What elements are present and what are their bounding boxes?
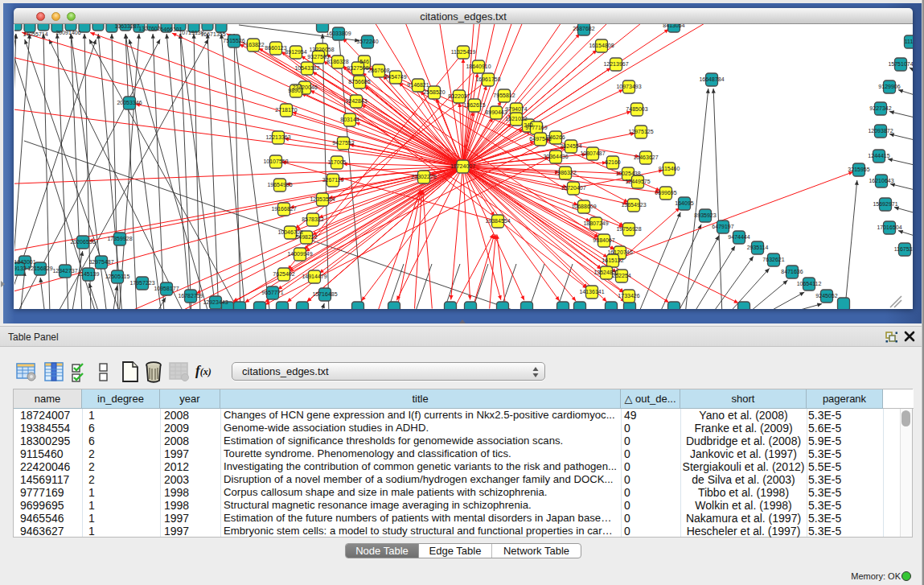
svg-text:10543382: 10543382 [294, 65, 319, 71]
svg-text:10463627: 10463627 [633, 154, 658, 160]
svg-text:2687682: 2687682 [573, 26, 594, 31]
svg-text:8471636: 8471636 [781, 269, 803, 274]
svg-text:12342737: 12342737 [52, 268, 77, 274]
svg-text:14914479: 14914479 [302, 274, 326, 279]
svg-text:16782759: 16782759 [178, 293, 203, 299]
svg-text:1327602: 1327602 [138, 26, 160, 31]
svg-text:9384067: 9384067 [593, 237, 614, 243]
svg-text:19384554: 19384554 [485, 218, 510, 224]
svg-text:1621022: 1621022 [505, 116, 527, 122]
svg-text:62160: 62160 [605, 159, 621, 165]
svg-text:10973493: 10973493 [616, 84, 641, 89]
svg-text:10688609: 10688609 [571, 204, 596, 209]
svg-text:12093872: 12093872 [868, 128, 893, 134]
svg-text:9146821: 9146821 [407, 82, 429, 88]
svg-text:9115460: 9115460 [659, 166, 680, 171]
svg-text:12213363: 12213363 [265, 134, 290, 140]
svg-text:14009949: 14009949 [287, 251, 312, 257]
svg-text:17957223: 17957223 [129, 280, 154, 286]
svg-text:8912954: 8912954 [285, 49, 306, 55]
svg-text:10654112: 10654112 [797, 281, 822, 286]
svg-text:12923443: 12923443 [203, 299, 228, 305]
svg-text:12156829: 12156829 [27, 266, 52, 271]
svg-text:18640910: 18640910 [466, 64, 491, 69]
svg-text:16671355: 16671355 [200, 31, 225, 37]
svg-text:803144: 803144 [340, 117, 359, 122]
svg-text:12449575: 12449575 [625, 179, 650, 184]
svg-text:20091406: 20091406 [55, 30, 80, 35]
svg-text:7955812: 7955812 [493, 93, 515, 98]
svg-text:8322037: 8322037 [448, 93, 470, 99]
svg-text:164095: 164095 [675, 200, 693, 206]
svg-text:14055714: 14055714 [23, 31, 47, 37]
svg-text:1112: 1112 [905, 39, 913, 44]
svg-text:15751074: 15751074 [888, 61, 913, 67]
svg-text:18724007: 18724007 [450, 163, 475, 169]
svg-text:10807487: 10807487 [580, 150, 605, 156]
svg-text:39133: 39133 [14, 266, 27, 271]
svg-text:16120746: 16120746 [607, 249, 632, 255]
svg-text:2935114: 2935114 [747, 245, 769, 250]
svg-text:0699695: 0699695 [655, 190, 676, 196]
svg-text:16961758: 16961758 [475, 76, 500, 82]
svg-text:12505115: 12505115 [105, 274, 130, 279]
svg-text:3215955: 3215955 [848, 167, 869, 172]
svg-text:17016504: 17016504 [877, 225, 901, 230]
svg-text:3572240: 3572240 [356, 39, 378, 44]
svg-text:16033809: 16033809 [326, 31, 351, 36]
svg-text:19654985: 19654985 [267, 182, 292, 187]
svg-text:16210643: 16210643 [869, 178, 893, 183]
svg-text:1733426: 1733426 [618, 293, 639, 299]
svg-text:3624554: 3624554 [560, 143, 581, 149]
svg-text:10633287: 10633287 [114, 24, 139, 29]
svg-text:9777169: 9777169 [525, 125, 547, 130]
svg-text:9242843: 9242843 [345, 98, 367, 104]
svg-text:1244415: 1244415 [868, 153, 889, 159]
svg-text:98901: 98901 [288, 88, 304, 93]
svg-text:32975487: 32975487 [88, 259, 113, 265]
svg-text:2558520: 2558520 [423, 89, 445, 95]
svg-text:20206536: 20206536 [70, 239, 95, 245]
svg-text:1615132: 1615132 [602, 257, 623, 263]
svg-text:746266: 746266 [546, 134, 565, 140]
svg-text:8990443: 8990443 [485, 109, 507, 115]
svg-text:20364436: 20364436 [543, 154, 568, 159]
svg-text:117005: 117005 [328, 159, 347, 165]
svg-text:9657771: 9657771 [261, 290, 283, 295]
svg-text:9227342: 9227342 [869, 105, 891, 111]
svg-text:5498222: 5498222 [295, 234, 317, 240]
svg-text:1167533: 1167533 [894, 246, 913, 252]
svg-text:11325419: 11325419 [451, 49, 476, 55]
svg-text:12353584: 12353584 [310, 196, 335, 202]
svg-text:16648784: 16648784 [699, 76, 724, 82]
svg-text:19756928: 19756928 [616, 226, 641, 232]
svg-text:18807249: 18807249 [583, 220, 608, 226]
svg-text:8413054: 8413054 [663, 24, 684, 28]
svg-text:14136141: 14136141 [579, 289, 604, 295]
svg-text:1843001: 1843001 [14, 259, 36, 265]
svg-text:1145139: 1145139 [78, 271, 100, 277]
svg-text:9245052: 9245052 [815, 293, 837, 299]
svg-text:8454749: 8454749 [384, 74, 406, 80]
svg-text:9474444: 9474444 [728, 234, 749, 240]
svg-text:9427552: 9427552 [332, 140, 354, 146]
svg-text:8935923: 8935923 [694, 212, 716, 218]
svg-text:15720407: 15720407 [561, 185, 585, 191]
svg-text:17359928: 17359928 [107, 236, 132, 241]
svg-text:15716485: 15716485 [312, 291, 337, 297]
svg-text:12975125: 12975125 [628, 129, 653, 134]
svg-text:15692971: 15692971 [873, 201, 897, 207]
svg-text:19166827: 19166827 [271, 206, 296, 212]
svg-text:8756685: 8756685 [348, 79, 370, 84]
svg-text:10958177: 10958177 [154, 286, 179, 291]
svg-text:7163822: 7163822 [242, 42, 264, 47]
svg-text:2867608: 2867608 [368, 68, 389, 73]
svg-text:8578332: 8578332 [302, 216, 323, 222]
svg-text:13226058: 13226058 [309, 47, 334, 52]
svg-text:23302275: 23302275 [411, 174, 436, 179]
svg-text:16154808: 16154808 [589, 43, 614, 48]
svg-text:9327508: 9327508 [347, 65, 368, 71]
svg-text:7986322: 7986322 [554, 170, 576, 175]
svg-text:2718170: 2718170 [275, 107, 297, 113]
svg-text:8660123: 8660123 [265, 45, 286, 51]
